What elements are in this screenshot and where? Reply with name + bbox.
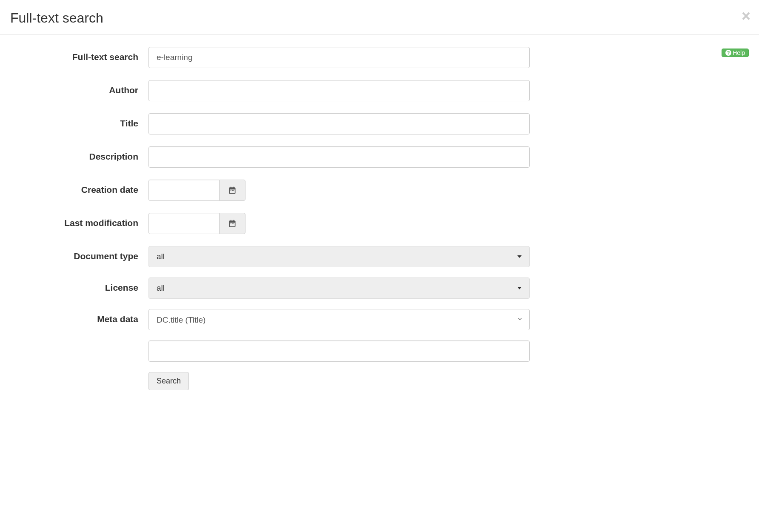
- author-label: Author: [10, 80, 148, 95]
- calendar-icon: [228, 219, 237, 228]
- help-button[interactable]: ? Help: [722, 49, 749, 57]
- help-icon: ?: [725, 50, 731, 56]
- caret-down-icon: [517, 287, 522, 289]
- close-button[interactable]: ×: [742, 9, 750, 24]
- metadata-select[interactable]: DC.title (Title): [148, 309, 530, 330]
- close-icon: ×: [742, 7, 750, 25]
- calendar-icon: [228, 186, 237, 194]
- modal-title: Full-text search: [10, 10, 103, 26]
- search-button[interactable]: Search: [148, 372, 189, 390]
- description-label: Description: [10, 146, 148, 162]
- creation-date-label: Creation date: [10, 180, 148, 195]
- document-type-value: all: [157, 252, 165, 261]
- document-type-label: Document type: [10, 246, 148, 261]
- title-input[interactable]: [148, 113, 530, 134]
- license-value: all: [157, 283, 165, 293]
- document-type-dropdown[interactable]: all: [148, 246, 530, 267]
- last-modification-picker-button[interactable]: [219, 213, 245, 234]
- description-input[interactable]: [148, 146, 530, 168]
- last-modification-label: Last modification: [10, 213, 148, 228]
- license-dropdown[interactable]: all: [148, 277, 530, 299]
- fulltext-input[interactable]: [148, 47, 530, 68]
- title-label: Title: [10, 113, 148, 129]
- fulltext-label: Full-text search: [10, 47, 148, 62]
- help-label: Help: [733, 49, 745, 56]
- license-label: License: [10, 277, 148, 293]
- last-modification-input[interactable]: [148, 213, 219, 234]
- creation-date-input[interactable]: [148, 180, 219, 201]
- caret-down-icon: [517, 255, 522, 258]
- metadata-label: Meta data: [10, 309, 148, 324]
- author-input[interactable]: [148, 80, 530, 101]
- metadata-value-spacer: [10, 340, 148, 346]
- creation-date-picker-button[interactable]: [219, 180, 245, 201]
- search-spacer: [10, 372, 148, 377]
- metadata-value-input[interactable]: [148, 340, 530, 362]
